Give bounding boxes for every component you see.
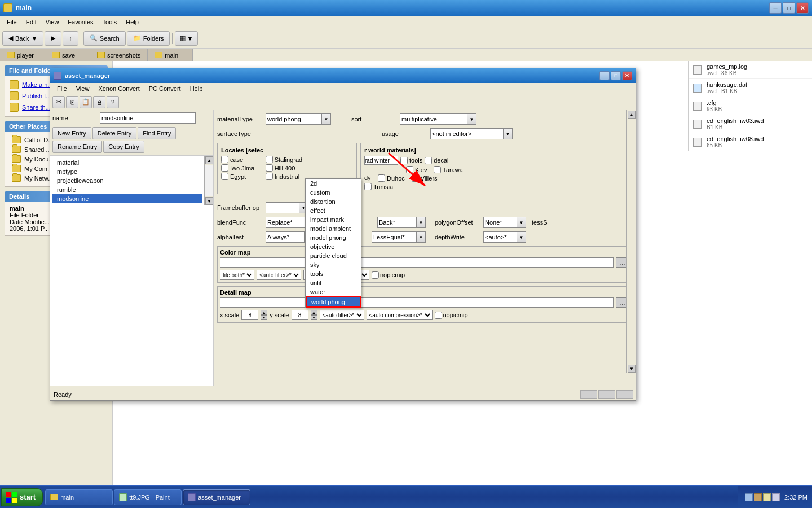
folders-button[interactable]: 📁 Folders — [127, 31, 170, 46]
forward-button[interactable]: ▶ — [45, 31, 61, 46]
right-file-item-3[interactable]: .cfg 93 KB — [689, 97, 812, 115]
usage-dropdown-btn[interactable]: ▼ — [504, 128, 513, 139]
back-button[interactable]: ◀ Back ▼ — [2, 31, 43, 46]
dropdown-item-water[interactable]: water — [306, 287, 361, 296]
checkbox-iwo-jima[interactable] — [221, 164, 228, 172]
new-entry-button[interactable]: New Entry — [52, 127, 91, 139]
usage-input[interactable] — [430, 128, 504, 139]
depth-write-input[interactable] — [483, 231, 517, 243]
asset-menu-pc[interactable]: PC Convert — [144, 85, 186, 93]
polygon-offset-input[interactable] — [483, 217, 517, 228]
print-button[interactable]: 🖨 — [93, 96, 105, 108]
depth-test-dropdown-btn[interactable]: ▼ — [417, 231, 426, 243]
depth-test-input[interactable] — [372, 231, 417, 243]
cullface-input[interactable] — [377, 217, 417, 228]
nopicmip-checkbox-1[interactable] — [372, 271, 379, 279]
material-type-input[interactable] — [266, 113, 322, 125]
back-dropdown-icon[interactable]: ▼ — [31, 35, 37, 42]
close-button[interactable]: ✕ — [796, 2, 809, 14]
menu-edit[interactable]: Edit — [21, 17, 41, 27]
dropdown-item-unlit[interactable]: unlit — [306, 278, 361, 287]
nopicmip-checkbox-2[interactable] — [435, 312, 442, 319]
search-button[interactable]: 🔍 Search — [83, 31, 126, 46]
menu-file[interactable]: File — [2, 17, 21, 27]
dropdown-item-distortion[interactable]: distortion — [306, 197, 361, 206]
start-button[interactable]: start — [1, 488, 43, 506]
dropdown-item-sky[interactable]: sky — [306, 260, 361, 269]
checkbox-duhoc[interactable] — [378, 174, 385, 182]
rename-entry-button[interactable]: Rename Entry — [52, 141, 102, 153]
asset-menu-file[interactable]: File — [52, 85, 72, 93]
checkbox-tools[interactable] — [400, 157, 408, 164]
tree-entry-mptype[interactable]: mptype — [52, 167, 202, 176]
props-scroll-up[interactable]: ▲ — [628, 111, 636, 119]
menu-favorites[interactable]: Favorites — [63, 17, 98, 27]
menu-tools[interactable]: Tools — [98, 17, 122, 27]
tree-entry-material[interactable]: material — [52, 158, 202, 167]
name-input[interactable] — [100, 112, 196, 124]
detail-map-input[interactable] — [220, 297, 614, 308]
scroll-up-btn[interactable]: ▲ — [205, 156, 213, 164]
asset-minimize-button[interactable]: ─ — [599, 71, 610, 80]
nopicmip-label-2[interactable]: nopicmip — [435, 312, 468, 319]
paste-button[interactable]: 📋 — [80, 96, 92, 108]
locale-iwo-jima[interactable]: Iwo Jima — [221, 164, 264, 172]
checkbox-egypt[interactable] — [221, 173, 228, 180]
depth-write-dropdown-btn[interactable]: ▼ — [517, 231, 526, 243]
delete-entry-button[interactable]: Delete Entry — [92, 127, 137, 139]
props-scroll-down[interactable]: ▼ — [628, 365, 636, 373]
sort-input[interactable] — [400, 113, 467, 125]
sort-dropdown-btn[interactable]: ▼ — [467, 113, 476, 125]
locale-hill-400[interactable]: Hill 400 — [266, 164, 309, 172]
asset-close-button[interactable]: ✕ — [622, 71, 632, 80]
color-map-input[interactable] — [220, 257, 614, 268]
locale-stalingrad[interactable]: Stalingrad — [266, 156, 309, 163]
dropdown-item-2d[interactable]: 2d — [306, 179, 361, 188]
dropdown-item-world-phong[interactable]: world phong — [306, 296, 361, 308]
dropdown-item-tools[interactable]: tools — [306, 269, 361, 278]
dropdown-item-particle-cloud[interactable]: particle cloud — [306, 251, 361, 260]
nopicmip-label-1[interactable]: nopicmip — [372, 271, 405, 279]
right-file-item-1[interactable]: games_mp.log .iwd 86 KB — [689, 61, 812, 79]
mat-check-villers[interactable]: Villers — [412, 174, 438, 182]
up-button[interactable]: ↑ — [63, 31, 78, 46]
x-scale-input[interactable] — [241, 310, 258, 320]
mat-check-duhoc[interactable]: Duhoc — [378, 174, 405, 182]
cullface-dropdown-btn[interactable]: ▼ — [417, 217, 426, 228]
menu-help[interactable]: Help — [121, 17, 143, 27]
view-dropdown-icon[interactable]: ▼ — [187, 35, 193, 42]
checkbox-kiev[interactable] — [406, 166, 413, 173]
dropdown-item-custom[interactable]: custom — [306, 188, 361, 197]
x-scale-up-btn[interactable]: ▲ — [261, 310, 267, 315]
checkbox-decal[interactable] — [425, 157, 432, 164]
blendfunc-input[interactable] — [266, 217, 311, 228]
folder-tab-2[interactable]: save — [45, 49, 90, 61]
y-scale-down-btn[interactable]: ▼ — [311, 315, 317, 320]
taskbar-item-main[interactable]: main — [45, 489, 113, 505]
folder-tab-1[interactable]: player — [0, 49, 45, 61]
tree-entry-projectileweapon[interactable]: projectileweapon — [52, 176, 202, 185]
mat-check-tarawa[interactable]: Tarawa — [434, 166, 462, 173]
tree-entry-modsonline[interactable]: modsonline — [52, 194, 202, 203]
view-button[interactable]: ▦ ▼ — [175, 31, 198, 46]
asset-maximize-button[interactable]: □ — [611, 71, 621, 80]
checkbox-tarawa[interactable] — [434, 166, 441, 173]
menu-view[interactable]: View — [41, 17, 64, 27]
taskbar-item-asset-manager[interactable]: asset_manager — [183, 489, 250, 505]
minimize-button[interactable]: ─ — [769, 2, 782, 14]
cut-button[interactable]: ✂ — [52, 96, 65, 108]
asset-menu-xenon[interactable]: Xenon Convert — [94, 85, 144, 93]
mat-check-tunisia[interactable]: Tunisia — [364, 183, 393, 190]
checkbox-villers[interactable] — [412, 174, 419, 182]
auto-filter2-select[interactable]: <auto filter>* — [320, 310, 364, 320]
material-type-dropdown-btn[interactable]: ▼ — [322, 113, 331, 125]
framebuffer-input[interactable] — [266, 202, 299, 213]
checkbox-industrial[interactable] — [266, 173, 273, 180]
checkbox-case[interactable] — [221, 156, 228, 163]
dropdown-item-model-phong[interactable]: model phong — [306, 233, 361, 242]
y-scale-up-btn[interactable]: ▲ — [311, 310, 317, 315]
checkbox-tunisia[interactable] — [364, 183, 372, 190]
copy-entry-button[interactable]: Copy Entry — [103, 141, 144, 153]
taskbar-item-paint[interactable]: tt9.JPG - Paint — [114, 489, 182, 505]
dropdown-item-impact-mark[interactable]: impact mark — [306, 215, 361, 224]
